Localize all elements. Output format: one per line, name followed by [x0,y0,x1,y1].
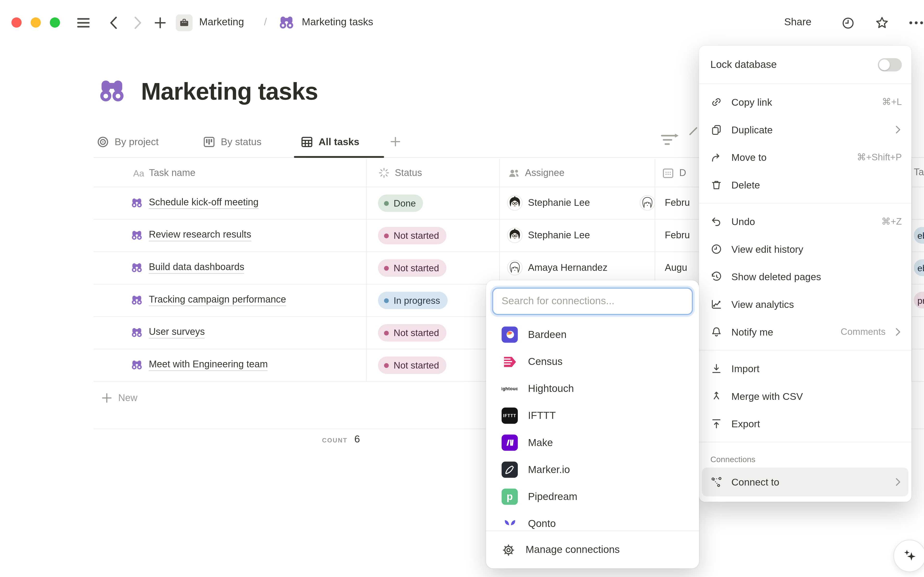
menu-item-undo[interactable]: Undo ⌘+Z [699,208,911,235]
back-button[interactable] [104,14,122,32]
date-cell[interactable]: Febru [665,187,690,219]
chevron-right-icon [895,125,902,135]
menu-item-export[interactable]: Export [699,410,911,438]
connection-item-census[interactable]: Census [486,348,699,375]
avatar [507,260,523,276]
tab-by-project[interactable]: By project [96,131,159,152]
menu-item-import[interactable]: Import [699,355,911,382]
menu-item-notify-me[interactable]: Notify me Comments [699,318,911,346]
filter-icon[interactable] [660,133,684,147]
status-dot-icon [384,298,389,303]
calendar-icon [662,167,674,179]
status-badge[interactable]: Not started [378,356,446,374]
connection-item-markerio[interactable]: Marker.io [486,456,699,483]
column-header-date[interactable]: D [662,159,686,187]
active-tab-underline [294,156,384,158]
menu-item-connect-to[interactable]: Connect to [702,467,908,496]
connections-section-label: Connections [699,446,911,467]
binoculars-icon [131,262,143,274]
gear-icon [502,543,516,556]
binoculars-icon [131,359,143,371]
plus-icon [101,392,112,403]
binoculars-icon [131,197,143,209]
status-burst-icon [378,167,390,179]
menu-item-show-deleted-pages[interactable]: Show deleted pages [699,263,911,290]
binoculars-icon [131,294,143,306]
connection-item-make[interactable]: Make [486,429,699,456]
history-restore-icon [710,271,722,283]
menu-item-merge-with-csv[interactable]: Merge with CSV [699,382,911,410]
clock-icon [710,243,722,255]
menu-item-view-edit-history[interactable]: View edit history [699,235,911,263]
search-input[interactable] [492,287,693,315]
column-header-assignee[interactable]: Assignee [508,159,564,187]
table-icon [301,135,313,148]
manage-connections-button[interactable]: Manage connections [486,531,699,569]
connect-nodes-icon [710,476,722,488]
clock-icon [841,16,855,30]
connection-item-qonto[interactable]: Qonto [486,510,699,530]
status-badge[interactable]: Not started [378,259,446,277]
count-summary[interactable]: COUNT 6 [93,433,360,445]
status-badge[interactable]: Done [378,195,423,212]
status-badge[interactable]: Not started [378,324,446,341]
bell-icon [710,326,722,338]
breadcrumb-page-label[interactable]: Marketing tasks [302,16,373,28]
assignee-cell[interactable]: Amaya Hernandez [507,251,662,284]
column-header-status[interactable]: Status [378,159,422,187]
menu-item-delete[interactable]: Delete [699,171,911,199]
connection-item-ifttt[interactable]: IFTTT IFTTT [486,402,699,429]
menu-item-view-analytics[interactable]: View analytics [699,290,911,318]
add-view-button[interactable] [390,131,401,152]
assignee-cell[interactable]: Stephanie Lee [507,219,662,251]
ifttt-logo-icon: IFTTT [502,408,518,424]
status-badge[interactable]: Not started [378,227,446,244]
status-badge[interactable]: In progress [378,292,447,309]
connection-item-bardeen[interactable]: Bardeen [486,321,699,348]
tab-all-tasks[interactable]: All tasks [301,131,359,152]
chevron-left-icon [109,16,118,29]
ellipsis-icon [909,21,924,24]
board-icon [203,135,215,148]
connection-item-hightouch[interactable]: hightouch Hightouch [486,375,699,402]
task-name-cell[interactable]: Meet with Engineering team [131,349,268,381]
ai-assistant-button[interactable] [893,540,924,572]
task-name-cell[interactable]: User surveys [131,316,205,349]
menu-item-lock-database[interactable]: Lock database [699,50,911,79]
task-name-cell[interactable]: Review research results [131,219,251,251]
date-cell[interactable]: Febru [665,219,690,251]
breadcrumb-workspace-item[interactable] [176,15,193,31]
traffic-zoom-button[interactable] [50,17,60,27]
tab-by-status[interactable]: By status [203,131,262,152]
breadcrumb-workspace-label[interactable]: Marketing [199,16,244,28]
lock-toggle[interactable] [878,58,902,71]
notion-window: Marketing / Marketing tasks Share Market… [0,0,924,577]
chevron-right-icon [895,477,902,487]
toggle-knob [879,60,890,70]
date-cell[interactable]: Augu [665,251,687,284]
share-button[interactable]: Share [784,16,812,28]
column-header-task-name[interactable]: Aa Task name [133,159,196,187]
binoculars-icon [278,15,294,31]
link-icon [710,96,722,108]
more-options-button[interactable] [907,14,924,32]
menu-item-duplicate[interactable]: Duplicate [699,116,911,143]
menu-item-copy-link[interactable]: Copy link ⌘+L [699,88,911,116]
sidebar-menu-button[interactable] [74,14,92,32]
hightouch-logo-icon: hightouch [502,380,518,397]
favorite-button[interactable] [873,14,891,32]
task-name-cell[interactable]: Tracking campaign performance [131,284,286,316]
undo-icon [710,216,722,227]
forward-button[interactable] [129,14,147,32]
avatar [507,227,523,243]
task-name-cell[interactable]: Schedule kick-off meeting [131,187,259,219]
updates-button[interactable] [839,14,857,32]
traffic-minimize-button[interactable] [31,17,41,27]
status-dot-icon [384,266,389,270]
menu-item-move-to[interactable]: Move to ⌘+Shift+P [699,143,911,171]
task-name-cell[interactable]: Build data dashboards [131,251,244,284]
assignee-cell[interactable]: Stephanie Lee [507,187,662,219]
traffic-close-button[interactable] [11,17,21,27]
new-page-button[interactable] [151,14,169,32]
connection-item-pipedream[interactable]: p Pipedream [486,483,699,510]
